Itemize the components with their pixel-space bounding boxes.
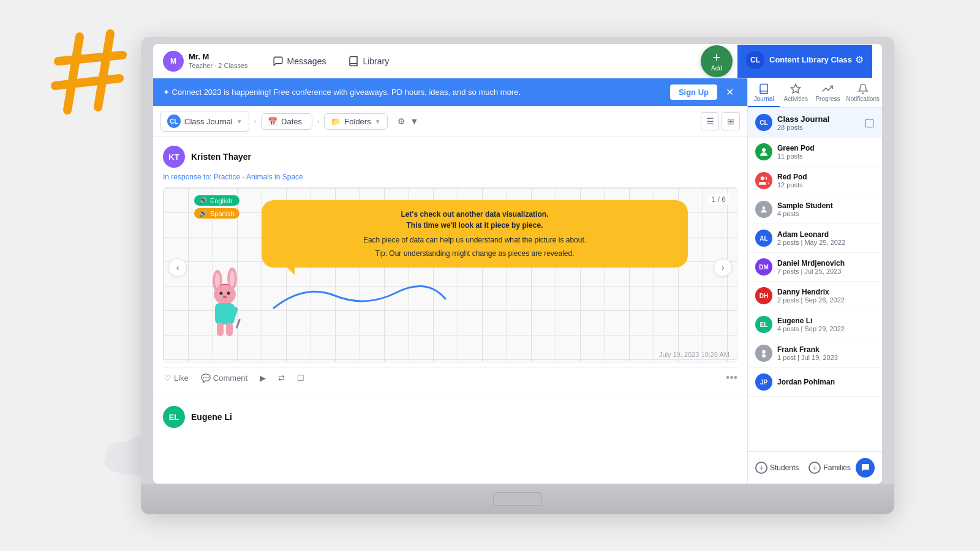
english-tag[interactable]: 🔊 English [194,195,239,206]
comment-button[interactable]: 💬 Comment [200,372,249,384]
share-button[interactable]: ⇄ [277,372,286,384]
library-button[interactable]: Library [338,51,399,71]
sidebar-adam-leonard[interactable]: AL Adam Leonard 2 posts | May 25, 2022 [748,224,882,253]
messages-button[interactable]: Messages [263,51,336,71]
sidebar-class-journal-left: CL Class Journal 28 posts [755,114,829,131]
adam-name: Adam Leonard [777,230,845,239]
tab-activities[interactable]: Activities [780,78,812,107]
eugene-initials: EL [760,321,768,328]
speech-line4: Tip: Our understanding might change as p… [271,248,678,259]
main-content: ✦ Connect 2023 is happening! Free confer… [153,78,882,484]
journal-filter-arrow: ▼ [236,118,243,125]
comment-icon: 💬 [201,373,211,383]
sidebar-group-green-pod[interactable]: Green Pod 11 posts [748,138,882,167]
sidebar-sample-student[interactable]: Sample Student 4 posts [748,195,882,224]
dates-filter[interactable]: 📅 Dates [261,113,312,130]
green-pod-name: Green Pod [777,144,815,152]
media-prev-button[interactable]: ‹ [168,258,187,277]
tab-progress-label: Progress [815,96,840,102]
filter-separator-arrow: › [254,118,256,125]
journal-filter[interactable]: CL Class Journal ▼ [160,111,249,132]
calendar-icon: 📅 [268,117,277,126]
list-view-button[interactable]: ☰ [701,112,719,130]
green-pod-icon [758,146,769,157]
like-button[interactable]: ♡ Like [163,372,190,384]
sidebar-eugene-li[interactable]: EL Eugene Li 4 posts | Sep 29, 2022 [748,310,882,339]
messages-icon [273,56,284,67]
laptop-base [141,484,894,514]
media-area: 1 / 6 🔊 English 🔊 [163,187,737,362]
banner-text: ✦ Connect 2023 is happening! Free confer… [163,88,521,97]
filter-options-icon[interactable]: ⚙ [398,116,405,126]
svg-rect-24 [226,323,233,336]
folder-icon: 📁 [331,117,341,126]
add-button[interactable]: + Add [701,45,733,77]
entry-avatar-eugene: EL [163,406,185,428]
folders-filter-label: Folders [344,117,371,126]
adam-left: AL Adam Leonard 2 posts | May 25, 2022 [755,230,845,247]
sample-student-left: Sample Student 4 posts [755,201,833,218]
sign-up-button[interactable]: Sign Up [670,84,717,100]
svg-rect-26 [236,319,241,329]
sidebar-jordan-pohlman[interactable]: JP Jordan Pohlman [748,368,882,397]
green-pod-avatar [755,143,772,160]
student-icon [760,205,768,214]
add-families-icon: + [809,462,821,474]
tab-progress[interactable]: Progress [812,78,843,107]
journal-filter-label: Class Journal [184,117,233,126]
danny-left: DH Danny Hendrix 2 posts | Sep 26, 2022 [755,287,845,304]
sidebar-daniel-mrdjenovich[interactable]: DM Daniel Mrdjenovich 7 posts | Jul 25, … [748,253,882,282]
message-bubble-button[interactable] [856,458,875,478]
folders-filter-arrow: ▼ [375,118,381,125]
eugene-count: 4 posts | Sep 29, 2022 [777,325,845,332]
save-icon: ☐ [297,373,304,383]
cl-badge-filter: CL [167,114,181,128]
svg-point-21 [223,296,227,298]
bunny-character [200,268,249,341]
tab-journal[interactable]: Journal [748,78,780,107]
green-pod-count: 11 posts [777,152,815,160]
daniel-left: DM Daniel Mrdjenovich 7 posts | Jul 25, … [755,258,845,276]
jordan-left: JP Jordan Pohlman [755,373,835,391]
add-families-button[interactable]: + Families [809,462,851,474]
close-banner-button[interactable]: ✕ [722,85,737,99]
media-content: 1 / 6 🔊 English 🔊 [164,188,737,347]
daniel-initials: DM [759,264,769,271]
grid-view-button[interactable]: ⊞ [722,112,740,130]
journal-entries-list: KT Kristen Thayer In response to: Practi… [153,137,747,484]
danny-info: Danny Hendrix 2 posts | Sep 26, 2022 [777,288,845,304]
play-button[interactable]: ▶ [258,372,267,384]
user-info: M Mr. M Teacher · 2 Classes [163,51,248,72]
media-next-button[interactable]: › [714,258,732,277]
more-options-button[interactable]: ••• [726,372,737,384]
entry-initials-eugene: EL [169,413,179,422]
red-pod-icon [758,175,769,186]
journal-entry-eugene: EL Eugene Li [153,397,747,441]
sidebar-class-journal[interactable]: CL Class Journal 28 posts ▢ [748,108,882,138]
journal-entry-kristen: KT Kristen Thayer In response to: Practi… [153,137,747,397]
folders-filter[interactable]: 📁 Folders ▼ [324,113,387,130]
library-label: Library [363,56,389,66]
sidebar-tabs: Journal Activities [748,78,882,108]
bunny-svg [200,268,249,341]
journal-tab-icon [758,83,769,94]
view-toggle-buttons: ☰ ⊞ [701,112,740,130]
progress-tab-icon [822,83,833,94]
adam-count: 2 posts | May 25, 2022 [777,239,845,246]
add-students-button[interactable]: + Students [755,462,799,474]
spanish-tag[interactable]: 🔊 Spanish [194,208,239,219]
sidebar-danny-hendrix[interactable]: DH Danny Hendrix 2 posts | Sep 26, 2022 [748,282,882,310]
sidebar-frank-frank[interactable]: Frank Frank 1 post | Jul 19, 2023 [748,339,882,368]
filter-extra-icon[interactable]: ▼ [410,116,419,126]
add-label: Add [711,65,722,72]
red-pod-name: Red Pod [777,173,807,181]
save-button[interactable]: ☐ [296,372,306,384]
like-label: Like [174,373,189,383]
sidebar-group-red-pod[interactable]: Red Pod 12 posts [748,167,882,195]
tab-notifications[interactable]: Notifications [844,78,882,107]
settings-icon[interactable]: ⚙ [855,54,864,66]
frank-info: Frank Frank 1 post | Jul 19, 2023 [777,345,838,361]
sidebar-logo: CL Content Library Class [746,51,852,69]
entry-actions: ♡ Like 💬 Comment ▶ [163,367,737,388]
sidebar-list: CL Class Journal 28 posts ▢ [748,108,882,451]
